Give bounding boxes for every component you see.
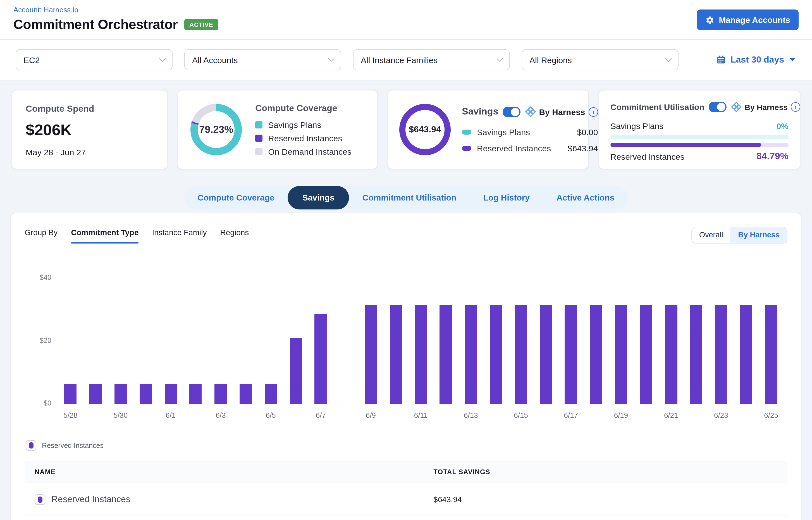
bar-6/22[interactable] <box>690 305 702 404</box>
accounts-select[interactable]: All Accounts <box>184 49 341 70</box>
by-harness-toggle[interactable] <box>709 102 727 112</box>
bar-6/14[interactable] <box>490 305 502 404</box>
savings-row: Reserved Instances $643.94 <box>462 144 598 153</box>
savings-row-label: Savings Plans <box>477 127 577 137</box>
coverage-donut-chart: 79.23% <box>190 104 242 155</box>
legend-item: Reserved Instances <box>255 133 351 143</box>
x-axis-tick: 6/13 <box>464 411 478 419</box>
tab-commitment-utilisation[interactable]: Commitment Utilisation <box>349 186 470 209</box>
manage-accounts-button[interactable]: Manage Accounts <box>697 9 798 30</box>
compute-spend-value: $206K <box>26 121 154 139</box>
bar-6/19[interactable] <box>615 305 627 404</box>
util-row-percent: 0% <box>777 121 789 131</box>
bar-6/15[interactable] <box>515 305 527 404</box>
bar-5/29[interactable] <box>89 384 102 404</box>
gear-icon <box>705 15 714 24</box>
bar-6/24[interactable] <box>740 305 752 404</box>
bar-6/1[interactable] <box>164 384 177 404</box>
by-harness-label: By Harness <box>745 103 788 111</box>
bar-6/11[interactable] <box>415 305 427 404</box>
legend-label: On Demand Instances <box>268 147 351 156</box>
bar-6/25[interactable] <box>765 305 777 404</box>
bar-6/12[interactable] <box>440 305 452 404</box>
bar-6/18[interactable] <box>590 305 602 404</box>
info-icon[interactable]: i <box>791 102 801 112</box>
bar-6/13[interactable] <box>465 305 477 404</box>
row-total-savings: $643.94 <box>434 495 787 504</box>
bar-6/5[interactable] <box>265 384 277 404</box>
legend-label: Savings Plans <box>268 120 321 129</box>
bar-6/4[interactable] <box>240 384 252 404</box>
x-axis-tick: 6/21 <box>664 411 678 419</box>
tab-log-history[interactable]: Log History <box>470 186 543 209</box>
instance-families-select-value: All Instance Families <box>361 55 438 64</box>
card-title: Savings <box>462 106 498 117</box>
card-title: Commitment Utilisation <box>610 102 705 112</box>
legend-checkbox[interactable] <box>26 440 36 451</box>
bar-6/17[interactable] <box>565 305 577 404</box>
bar-6/9[interactable] <box>365 305 377 404</box>
toggle-knob <box>511 107 519 116</box>
service-select[interactable]: EC2 <box>16 49 173 70</box>
section-tabs: Compute Coverage Savings Commitment Util… <box>184 186 628 209</box>
instance-families-select[interactable]: All Instance Families <box>353 49 510 70</box>
accounts-select-value: All Accounts <box>192 55 238 64</box>
group-by-controls: Group By Commitment Type Instance Family… <box>25 227 249 243</box>
by-harness-toggle[interactable] <box>503 106 521 117</box>
group-by-commitment-type[interactable]: Commitment Type <box>71 228 138 243</box>
chevron-down-icon <box>497 56 503 62</box>
bar-6/6[interactable] <box>290 338 302 404</box>
chart-legend[interactable]: Reserved Instances <box>26 440 787 451</box>
summary-cards: Compute Spend $206K May 28 - Jun 27 79.2… <box>12 90 800 169</box>
header: Account: Harness.io Commitment Orchestra… <box>0 0 812 40</box>
savings-row: Savings Plans $0.00 <box>462 127 598 137</box>
util-row-percent: 84.79% <box>756 151 789 162</box>
group-by-label: Group By <box>25 228 57 237</box>
date-range-picker[interactable]: Last 30 days <box>716 55 795 65</box>
savings-ring-chart: $643.94 <box>399 104 451 155</box>
legend-swatch <box>255 148 262 155</box>
group-by-regions[interactable]: Regions <box>220 228 249 237</box>
regions-select[interactable]: All Regions <box>522 49 679 70</box>
bar-6/7[interactable] <box>315 314 327 404</box>
bar-6/3[interactable] <box>214 384 227 404</box>
x-axis-tick: 6/19 <box>614 411 628 419</box>
tab-active-actions[interactable]: Active Actions <box>543 186 628 209</box>
bar-6/23[interactable] <box>715 305 727 404</box>
util-row-label: Reserved Instances <box>610 152 684 161</box>
legend-label: Reserved Instances <box>268 133 342 143</box>
info-icon[interactable]: i <box>588 107 598 116</box>
date-range-value: Last 30 days <box>731 55 784 65</box>
calendar-icon <box>716 55 726 65</box>
bar-6/16[interactable] <box>540 305 552 404</box>
bar-5/30[interactable] <box>114 384 127 404</box>
view-by-harness[interactable]: By Harness <box>730 227 787 243</box>
group-by-instance-family[interactable]: Instance Family <box>152 228 207 237</box>
legend-swatch <box>255 134 262 141</box>
x-axis-tick: 5/28 <box>63 411 78 419</box>
table-header: NAME TOTAL SAVINGS <box>25 461 787 483</box>
compute-spend-card: Compute Spend $206K May 28 - Jun 27 <box>12 90 167 169</box>
bar-5/31[interactable] <box>140 384 152 404</box>
filter-bar: EC2 All Accounts All Instance Families A… <box>0 40 812 80</box>
savings-plans-utilisation-bar <box>610 135 789 139</box>
legend-item: Savings Plans <box>255 120 351 129</box>
bar-6/10[interactable] <box>390 305 402 404</box>
legend-label: Reserved Instances <box>42 442 104 449</box>
bar-6/2[interactable] <box>190 384 202 404</box>
tab-compute-coverage[interactable]: Compute Coverage <box>184 186 288 209</box>
regions-select-value: All Regions <box>529 55 572 64</box>
view-overall[interactable]: Overall <box>692 227 731 243</box>
account-link[interactable]: Account: Harness.io <box>14 6 78 14</box>
bar-6/21[interactable] <box>665 305 677 404</box>
commitment-utilisation-card: Commitment Utilisation By Harness i Savi… <box>599 90 800 169</box>
view-toggle: Overall By Harness <box>691 227 787 243</box>
page: Account: Harness.io Commitment Orchestra… <box>0 0 812 520</box>
tab-savings[interactable]: Savings <box>288 186 349 209</box>
bar-6/20[interactable] <box>640 305 652 404</box>
column-header-name: NAME <box>25 468 434 476</box>
bar-5/28[interactable] <box>64 384 77 404</box>
table-row[interactable]: Reserved Instances $643.94 <box>25 483 787 516</box>
y-axis-tick: $0 <box>25 399 51 407</box>
x-axis-tick: 6/25 <box>764 411 778 419</box>
